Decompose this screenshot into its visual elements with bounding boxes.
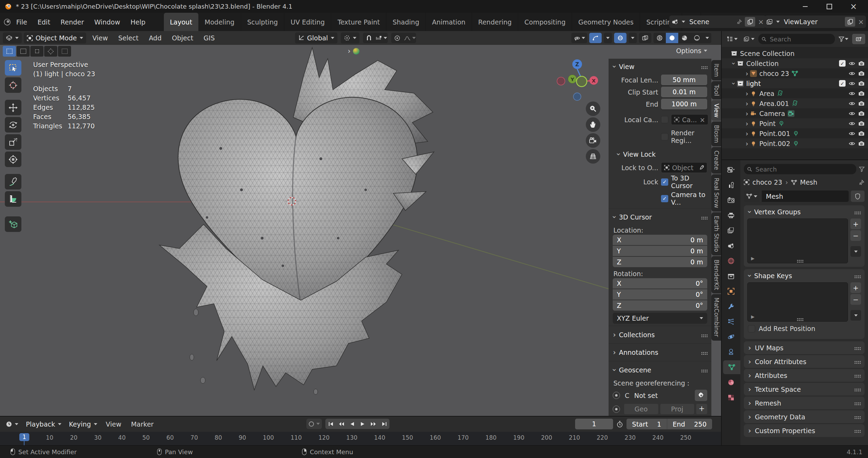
select-mode-subtract[interactable]: [30, 46, 43, 57]
pin-icon[interactable]: [737, 19, 742, 25]
add-rest-position-checkbox[interactable]: [748, 325, 755, 332]
view-lock-panel-header[interactable]: › View Lock: [609, 148, 711, 161]
panel-grip[interactable]: [855, 416, 856, 417]
expand-icon[interactable]: ›: [744, 110, 750, 117]
sidebar-tab-real-snow[interactable]: Real Snow: [711, 174, 721, 212]
tool-transform[interactable]: [5, 152, 21, 167]
vertex-group-specials-menu[interactable]: [850, 246, 861, 257]
current-frame-field[interactable]: 1: [575, 419, 613, 429]
zoom-button[interactable]: [586, 101, 600, 116]
annotations-panel-header[interactable]: › Annotations: [609, 346, 711, 359]
remove-shape-key-button[interactable]: −: [850, 294, 861, 305]
new-scene-button[interactable]: [745, 17, 755, 27]
outliner-row-point002[interactable]: › Point.002: [722, 138, 868, 148]
collection-checkbox[interactable]: ✓: [839, 80, 846, 87]
tab-constraints[interactable]: [723, 345, 739, 359]
panel-grip[interactable]: [701, 66, 702, 67]
cursor-rot-x[interactable]: X0°: [613, 278, 707, 289]
pan-button[interactable]: [586, 117, 600, 132]
render-camera-icon[interactable]: [858, 121, 865, 126]
menu-file[interactable]: File: [11, 18, 32, 26]
expand-icon[interactable]: ›: [744, 140, 750, 147]
shape-keys-header[interactable]: › Shape Keys: [744, 269, 865, 282]
add-vertex-group-button[interactable]: +: [850, 218, 861, 229]
pin-icon[interactable]: [859, 179, 865, 185]
tab-material[interactable]: [723, 376, 739, 389]
hide-eye-icon[interactable]: [849, 111, 855, 116]
sidebar-tab-matcombiner[interactable]: MatCombiner: [711, 294, 721, 340]
select-mode-intersect[interactable]: [58, 46, 71, 57]
timeline-ruler[interactable]: 1 10 20 30 40 50 60 70 80 90 100 110 120…: [0, 432, 721, 446]
panel-grip[interactable]: [701, 370, 702, 371]
clear-icon[interactable]: ×: [700, 116, 705, 124]
tab-world[interactable]: [723, 254, 739, 268]
rotation-mode-dropdown[interactable]: XYZ Euler: [613, 313, 707, 324]
axis-neg-z-ball[interactable]: [573, 93, 581, 100]
workspace-tab-compositing[interactable]: Compositing: [518, 13, 572, 31]
transform-orientation-dropdown[interactable]: Global: [295, 32, 337, 43]
render-camera-icon[interactable]: [858, 61, 865, 66]
remove-view-layer-button[interactable]: ×: [858, 18, 864, 26]
tab-object-data[interactable]: [723, 360, 740, 374]
tool-rotate[interactable]: [5, 117, 21, 133]
outliner-row-point001[interactable]: › Point.001: [722, 128, 868, 138]
menu-help[interactable]: Help: [125, 18, 150, 26]
menu-window[interactable]: Window: [89, 18, 125, 26]
panel-grip[interactable]: [855, 275, 856, 276]
panel-grip[interactable]: [855, 212, 856, 213]
list-grip[interactable]: [797, 260, 798, 261]
end-frame-field[interactable]: End250: [667, 419, 712, 429]
mesh-name-field[interactable]: Mesh: [762, 191, 849, 202]
panel-grip[interactable]: [855, 375, 856, 376]
local-camera-checkbox[interactable]: [661, 116, 668, 123]
expand-icon[interactable]: ›: [744, 90, 750, 97]
xray-toggle[interactable]: [639, 33, 651, 43]
focal-length-field[interactable]: 50 mm: [661, 75, 707, 85]
render-camera-icon[interactable]: [858, 71, 865, 76]
snap-toggle[interactable]: [363, 33, 375, 43]
panel-color-attributes[interactable]: › Color Attributes: [744, 355, 865, 368]
tab-scene[interactable]: [723, 239, 739, 253]
panel-grip[interactable]: [701, 334, 702, 335]
play-button[interactable]: [357, 419, 368, 429]
collapse-icon[interactable]: ›: [730, 80, 738, 87]
outliner-row-choco23[interactable]: › choco 23: [722, 68, 868, 78]
viewport-canvas[interactable]: › Options User Perspective (1) light | c…: [0, 45, 721, 416]
unlink-scene-button[interactable]: ×: [758, 18, 764, 26]
outliner-row-scene-collection[interactable]: Scene Collection: [722, 48, 868, 58]
expand-icon[interactable]: ›: [744, 70, 750, 77]
visibility-dropdown[interactable]: [571, 33, 587, 43]
outliner-row-camera[interactable]: › Camera: [722, 108, 868, 118]
panel-grip[interactable]: [855, 347, 856, 348]
panel-attributes[interactable]: › Attributes: [744, 369, 865, 382]
close-button[interactable]: ×: [844, 1, 863, 12]
proj-button[interactable]: Proj: [660, 404, 694, 414]
tab-object[interactable]: [723, 284, 739, 298]
shading-dropdown[interactable]: [703, 33, 711, 43]
resize-handle[interactable]: ▶: [751, 314, 754, 319]
panel-grip[interactable]: [855, 402, 856, 403]
tab-output[interactable]: [723, 208, 739, 222]
outliner-row-area001[interactable]: › Area.001: [722, 98, 868, 108]
auto-key-record-icon[interactable]: [308, 421, 314, 427]
options-dropdown[interactable]: Options: [676, 47, 707, 55]
hide-eye-icon[interactable]: [849, 91, 855, 96]
panel-uv-maps[interactable]: › UV Maps: [744, 341, 865, 354]
clip-start-field[interactable]: 0.01 m: [661, 87, 707, 97]
panel-grip[interactable]: [701, 352, 702, 353]
workspace-tab-modeling[interactable]: Modeling: [198, 13, 241, 31]
tab-physics[interactable]: [723, 330, 739, 344]
tool-add-cube[interactable]: [5, 216, 21, 232]
panel-grip[interactable]: [855, 430, 856, 431]
select-mode-set[interactable]: [3, 46, 16, 57]
camera-to-view-checkbox[interactable]: ✓: [661, 195, 668, 202]
outliner-row-light-collection[interactable]: › light ✓: [722, 78, 868, 88]
hide-eye-icon[interactable]: [849, 101, 855, 106]
local-camera-field[interactable]: Ca... ×: [671, 114, 708, 125]
hide-eye-icon[interactable]: [849, 81, 855, 86]
collections-panel-header[interactable]: › Collections: [609, 328, 711, 341]
overlays-toggle[interactable]: [614, 33, 627, 43]
workspace-tab-rendering[interactable]: Rendering: [472, 13, 518, 31]
tab-tool[interactable]: [723, 178, 739, 192]
collection-checkbox[interactable]: ✓: [839, 60, 846, 67]
